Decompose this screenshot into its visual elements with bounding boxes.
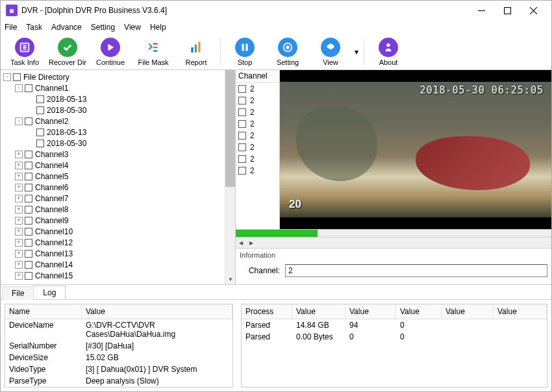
channel-item[interactable]: 2 (236, 141, 279, 153)
tree-checkbox[interactable] (36, 129, 44, 136)
menu-file[interactable]: File (5, 23, 17, 32)
toolbar-continue[interactable]: Continue (89, 35, 132, 69)
tree-checkbox[interactable] (25, 206, 32, 214)
toolbar-file-mask[interactable]: File Mask (132, 35, 175, 69)
video-preview[interactable]: 2018-05-30 06:25:05 20 (280, 70, 551, 229)
tree-checkbox[interactable] (13, 73, 21, 81)
tree-item[interactable]: +Channel14 (1, 259, 225, 270)
maximize-button[interactable] (494, 1, 520, 19)
menu-setting[interactable]: Setting (91, 23, 115, 32)
tree-item[interactable]: +Channel3 (1, 149, 225, 160)
tree-checkbox[interactable] (25, 195, 32, 202)
expand-icon[interactable]: + (15, 217, 23, 225)
table-row[interactable]: VideoType[3] [ Dahua(0x01) ] DVR System (5, 363, 232, 375)
channel-item[interactable]: 2 (236, 153, 279, 165)
tree-item[interactable]: +Channel8 (1, 204, 225, 215)
toolbar-recover-dir[interactable]: Recover Dir (46, 35, 89, 69)
expand-icon[interactable]: + (15, 195, 23, 202)
channel-checkbox[interactable] (238, 120, 246, 128)
expand-icon[interactable]: + (15, 261, 23, 269)
menu-help[interactable]: Help (150, 23, 166, 32)
collapse-icon[interactable]: - (15, 117, 23, 125)
hscroll-right-icon[interactable]: ▶ (246, 238, 257, 248)
tree-checkbox[interactable] (36, 140, 44, 147)
channel-checkbox[interactable] (238, 132, 246, 140)
scroll-thumb[interactable] (225, 70, 235, 187)
collapse-icon[interactable]: - (3, 73, 11, 81)
tree-item[interactable]: 2018-05-13 (1, 127, 225, 138)
table-row[interactable]: Parsed14.84 GB940 (242, 319, 547, 331)
tree-item[interactable]: +Channel5 (1, 171, 225, 182)
tree-item[interactable]: +Channel6 (1, 182, 225, 193)
table-row[interactable]: ParseTypeDeep analysis (Slow) (5, 375, 232, 387)
menu-task[interactable]: Task (26, 23, 42, 32)
tree-item[interactable]: +Channel12 (1, 237, 225, 248)
tree-checkbox[interactable] (25, 151, 32, 158)
table-row[interactable]: Parsed0.00 Bytes00 (242, 331, 547, 343)
channel-checkbox[interactable] (238, 108, 246, 116)
channel-input[interactable] (285, 264, 547, 277)
table-row[interactable]: SerialNumber[#30] [DaHua] (5, 340, 232, 352)
preview-hscroll[interactable]: ◀ ▶ (236, 237, 551, 248)
toolbar-report[interactable]: Report (175, 35, 218, 69)
tree-item[interactable]: -File Directory (1, 71, 225, 82)
tree-item[interactable]: 2018-05-30 (1, 104, 225, 116)
scroll-down-icon[interactable]: ▼ (225, 274, 236, 284)
channel-item[interactable]: 2 (236, 95, 279, 106)
toolbar-task-info[interactable]: Task Info (3, 35, 46, 69)
toolbar-setting[interactable]: Setting (266, 35, 309, 69)
minimize-button[interactable] (468, 1, 494, 19)
tree-checkbox[interactable] (25, 261, 32, 269)
tree-item[interactable]: +Channel13 (1, 248, 225, 259)
expand-icon[interactable]: + (15, 228, 23, 236)
channel-item[interactable]: 2 (236, 83, 279, 95)
channel-checkbox[interactable] (238, 155, 246, 163)
channel-item[interactable]: 2 (236, 106, 279, 118)
expand-icon[interactable]: + (15, 206, 23, 214)
collapse-icon[interactable]: - (15, 84, 23, 92)
table-row[interactable]: DeviceNameG:\DVR-CCTV\DVR Cases\DaHua\Da… (5, 319, 232, 340)
expand-icon[interactable]: + (15, 151, 23, 158)
tree-item[interactable]: +Channel10 (1, 226, 225, 237)
channel-item[interactable]: 2 (236, 130, 279, 141)
toolbar-view[interactable]: View (309, 35, 352, 69)
channel-item[interactable]: 2 (236, 118, 279, 130)
expand-icon[interactable]: + (15, 239, 23, 247)
tree-checkbox[interactable] (25, 239, 32, 247)
tree-checkbox[interactable] (25, 228, 32, 236)
channel-checkbox[interactable] (238, 85, 246, 93)
close-button[interactable] (520, 1, 546, 19)
view-dropdown[interactable]: ▾ (352, 35, 361, 69)
expand-icon[interactable]: + (15, 184, 23, 191)
tab-file[interactable]: File (2, 286, 34, 300)
expand-icon[interactable]: + (15, 162, 23, 169)
expand-icon[interactable]: + (15, 250, 23, 258)
tree-item[interactable]: 2018-05-13 (1, 93, 225, 104)
tab-log[interactable]: Log (33, 286, 66, 299)
expand-icon[interactable]: + (15, 272, 23, 280)
tree-checkbox[interactable] (25, 173, 32, 180)
tree-item[interactable]: -Channel2 (1, 116, 225, 127)
toolbar-stop[interactable]: Stop (223, 35, 266, 69)
channel-checkbox[interactable] (238, 97, 246, 104)
tree-checkbox[interactable] (36, 106, 44, 114)
channel-item[interactable]: 2 (236, 165, 279, 177)
file-tree[interactable]: -File Directory-Channel12018-05-132018-0… (1, 70, 225, 284)
tree-checkbox[interactable] (36, 95, 44, 103)
tree-item[interactable]: 2018-05-30 (1, 138, 225, 149)
tree-scrollbar[interactable]: ▲ ▼ (225, 70, 235, 284)
menu-view[interactable]: View (124, 23, 141, 32)
table-row[interactable]: DeviceSize15.02 GB (5, 352, 232, 363)
tree-checkbox[interactable] (25, 217, 32, 225)
expand-icon[interactable]: + (15, 173, 23, 180)
tree-checkbox[interactable] (25, 162, 32, 169)
channel-checkbox[interactable] (238, 167, 246, 175)
tree-item[interactable]: +Channel9 (1, 215, 225, 226)
tree-checkbox[interactable] (25, 117, 32, 125)
toolbar-about[interactable]: About (367, 35, 410, 69)
hscroll-left-icon[interactable]: ◀ (236, 238, 246, 248)
tree-checkbox[interactable] (25, 250, 32, 258)
tree-item[interactable]: +Channel7 (1, 193, 225, 204)
menu-advance[interactable]: Advance (51, 23, 82, 32)
tree-item[interactable]: -Channel1 (1, 82, 225, 93)
